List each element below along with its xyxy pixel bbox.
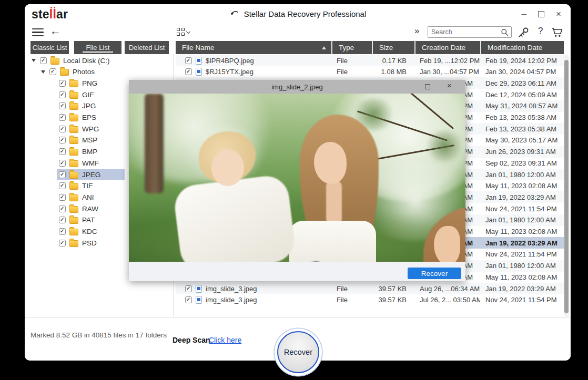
row-checkbox[interactable] bbox=[185, 68, 192, 75]
cell-modification-date: Nov 24, 2021 11:54 PM bbox=[480, 203, 564, 214]
tree-item-content[interactable]: BMP bbox=[57, 147, 99, 157]
cell-modification-date: Jan 19, 2022 03:29 AM bbox=[480, 191, 564, 203]
table-header: File NameTypeSizeCreation DateModificati… bbox=[176, 41, 564, 54]
tab-deleted-list[interactable]: Deleted List bbox=[125, 41, 169, 54]
app-window: stellar Stellar Data Recovery Profession… bbox=[25, 4, 571, 361]
preview-maximize-button[interactable] bbox=[425, 84, 430, 89]
row-checkbox[interactable] bbox=[185, 285, 192, 292]
preview-title: img_slide_2.jpeg bbox=[129, 80, 465, 94]
tree-checkbox[interactable] bbox=[59, 206, 66, 212]
column-header-size[interactable]: Size bbox=[372, 41, 414, 54]
tree-item-content[interactable]: Local Disk (C:) bbox=[38, 55, 112, 66]
tree-item-content[interactable]: PSD bbox=[57, 238, 99, 248]
footer-divider bbox=[25, 317, 571, 317]
scrollbar-thumb[interactable] bbox=[564, 60, 569, 313]
tree-checkbox[interactable] bbox=[59, 126, 66, 132]
tree-item-content[interactable]: TIF bbox=[57, 181, 95, 191]
file-name: img_slide_3.jpeg bbox=[206, 296, 257, 304]
expand-arrow-icon[interactable] bbox=[32, 59, 36, 62]
file-name: $IPR4BPQ.jpeg bbox=[206, 57, 254, 65]
file-icon bbox=[196, 296, 202, 304]
expand-arrow-icon[interactable] bbox=[41, 70, 45, 74]
tree-checkbox[interactable] bbox=[59, 91, 66, 98]
tree-item-content[interactable]: MSP bbox=[57, 135, 99, 146]
tree-checkbox[interactable] bbox=[59, 240, 66, 247]
toolbar: ← » ? bbox=[25, 24, 571, 41]
tree-item-content[interactable]: PNG bbox=[57, 78, 99, 88]
maximize-button[interactable] bbox=[538, 11, 544, 17]
tree-item-label: JPG bbox=[82, 102, 96, 110]
tree-checkbox[interactable] bbox=[59, 137, 66, 143]
tree-checkbox[interactable] bbox=[49, 68, 56, 75]
deep-scan-link[interactable]: Click here bbox=[209, 336, 241, 344]
cell-modification-date: May 11, 2023 02:08 AM bbox=[480, 226, 564, 238]
tree-checkbox[interactable] bbox=[59, 148, 66, 155]
minimize-button[interactable]: – bbox=[522, 9, 526, 18]
tree-checkbox[interactable] bbox=[59, 182, 66, 189]
tree-checkbox[interactable] bbox=[59, 194, 66, 201]
vertical-scrollbar[interactable] bbox=[564, 55, 569, 317]
overflow-chevrons-icon[interactable]: » bbox=[414, 26, 419, 36]
tree-item-content[interactable]: WMF bbox=[57, 158, 101, 168]
recover-button[interactable]: Recover bbox=[277, 331, 319, 373]
tree-item-content[interactable]: JPG bbox=[57, 101, 98, 111]
tree-checkbox[interactable] bbox=[59, 114, 66, 121]
menu-icon[interactable] bbox=[32, 28, 44, 36]
view-switch-chevron-icon[interactable] bbox=[186, 29, 190, 34]
column-header-modification-date[interactable]: Modification Date bbox=[480, 41, 564, 54]
tree-item-label: Local Disk (C:) bbox=[63, 57, 110, 65]
column-header-label: Type bbox=[339, 44, 354, 52]
close-button[interactable]: × bbox=[556, 9, 561, 18]
tree-checkbox[interactable] bbox=[59, 160, 66, 167]
cart-icon[interactable] bbox=[551, 27, 564, 38]
row-checkbox[interactable] bbox=[185, 57, 192, 64]
tree-item-label: WMF bbox=[82, 159, 99, 167]
tree-checkbox[interactable] bbox=[59, 171, 66, 178]
photo-mother-top bbox=[289, 221, 376, 262]
tree-item-content[interactable]: Photos bbox=[47, 67, 97, 77]
cell-type: File bbox=[331, 294, 372, 306]
preview-close-button[interactable]: × bbox=[447, 81, 452, 90]
file-icon bbox=[196, 57, 202, 65]
table-row[interactable]: $IPR4BPQ.jpegFile0.17 KBFeb 19, ...12:02… bbox=[176, 55, 564, 66]
table-row[interactable]: img_slide_3.jpegFile39.57 KBAug 26, ...0… bbox=[176, 283, 564, 294]
preview-photo bbox=[129, 94, 465, 262]
tree-item-content[interactable]: GIF bbox=[57, 89, 96, 100]
table-row[interactable]: $RJ15YTX.jpegFile1.08 MBJan 30, ...04:57… bbox=[176, 66, 564, 78]
tree-item-content[interactable]: JPEG bbox=[57, 169, 125, 180]
column-header-creation-date[interactable]: Creation Date bbox=[414, 41, 480, 54]
tree-item-photos[interactable]: Photos bbox=[25, 66, 174, 78]
tree-checkbox[interactable] bbox=[59, 102, 66, 109]
back-arrow-icon[interactable]: ← bbox=[50, 25, 61, 37]
help-icon[interactable]: ? bbox=[538, 26, 543, 36]
tree-item-content[interactable]: KDC bbox=[57, 227, 99, 237]
tree-checkbox[interactable] bbox=[59, 228, 66, 235]
status-text: Marked 8.52 GB in 40815 files in 17 fold… bbox=[31, 330, 184, 341]
tree-checkbox[interactable] bbox=[59, 80, 66, 87]
tree-checkbox[interactable] bbox=[59, 217, 66, 223]
tree-item-label: EPS bbox=[82, 114, 96, 121]
tree-item-label: JPEG bbox=[82, 171, 100, 179]
column-header-file-name[interactable]: File Name bbox=[176, 41, 331, 54]
tab-classic-list[interactable]: Classic List bbox=[31, 41, 69, 54]
tree-item-content[interactable]: PAT bbox=[57, 215, 97, 225]
cell-type: File bbox=[331, 55, 372, 66]
tab-file-list[interactable]: File List bbox=[74, 41, 121, 54]
search-input[interactable] bbox=[431, 27, 498, 37]
cell-modification-date: Nov 24, 2021 11:54 PM bbox=[480, 294, 564, 306]
search-icon[interactable] bbox=[501, 28, 509, 37]
preview-title-bar[interactable]: img_slide_2.jpeg × bbox=[129, 80, 465, 94]
row-checkbox[interactable] bbox=[185, 296, 192, 303]
cell-modification-date: May 11, 2023 02:08 AM bbox=[480, 180, 564, 192]
tree-checkbox[interactable] bbox=[40, 57, 47, 64]
tree-item-content[interactable]: RAW bbox=[57, 203, 100, 214]
tree-item-content[interactable]: ANI bbox=[57, 192, 96, 202]
table-row[interactable]: img_slide_3.jpegFile39.57 KBJul 26, 2...… bbox=[176, 294, 564, 306]
preview-recover-button[interactable]: Recover bbox=[408, 268, 461, 279]
column-header-type[interactable]: Type bbox=[331, 41, 372, 54]
tree-item-content[interactable]: EPS bbox=[57, 112, 98, 123]
tree-item-content[interactable]: WPG bbox=[57, 124, 101, 134]
tree-item-local-disk-c-[interactable]: Local Disk (C:) bbox=[25, 55, 174, 66]
license-key-icon[interactable] bbox=[517, 27, 530, 38]
view-switch-icon[interactable] bbox=[177, 28, 185, 36]
